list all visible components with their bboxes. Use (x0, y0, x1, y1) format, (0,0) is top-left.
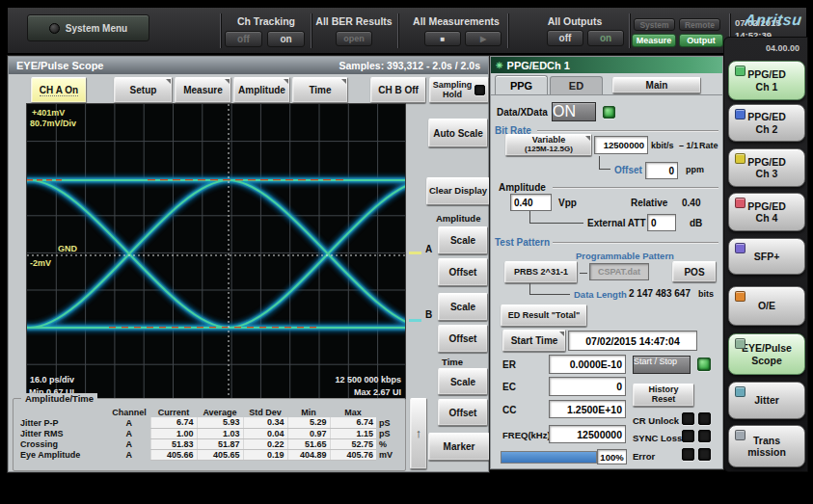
setup-button[interactable]: Setup (114, 77, 173, 103)
ch-b-off-button[interactable]: CH B Off (370, 77, 426, 103)
cr-unlock-label: CR Unlock (633, 415, 679, 426)
main-label: Main (646, 80, 668, 91)
stop-icon: ■ (441, 35, 446, 43)
offset-label: Offset (449, 408, 477, 418)
data-length-connector (529, 283, 570, 295)
tab-ed[interactable]: ED (550, 76, 603, 94)
table-scroll-up-button[interactable]: ↑ (410, 398, 427, 469)
eye-pulse-scope-window: EYE/Pulse Scope Samples: 393,312 - 2.0s … (8, 56, 489, 472)
sampling-hold-button[interactable]: Sampling Hold (429, 77, 489, 103)
ed-result-label: ED Result "Total" (508, 311, 580, 321)
eye-window-title: EYE/Pulse Scope (16, 60, 103, 71)
amplitude-scale-a-button[interactable]: Scale (438, 226, 488, 254)
clear-display-button[interactable]: Clear Display (426, 177, 490, 205)
header-blank (17, 407, 108, 417)
start-time-button[interactable]: Start Time (502, 330, 566, 352)
auto-scale-button[interactable]: Auto Scale (428, 119, 488, 147)
all-outputs-on-button[interactable]: on (587, 30, 624, 46)
all-measurements-stop-button[interactable]: ■ (424, 31, 461, 46)
pattern-connector (580, 273, 587, 274)
row-min: 404.89 (287, 449, 330, 460)
module-icon (735, 338, 745, 349)
ch-a-on-button[interactable]: CH A On (31, 77, 87, 103)
ch-a-label: CH A On (40, 85, 78, 96)
progress-value: 100% (600, 452, 623, 463)
all-ber-open-button[interactable]: open (336, 31, 372, 46)
tab-ppg[interactable]: PPG (495, 75, 548, 94)
amplitude-offset-b-button[interactable]: Offset (438, 325, 488, 353)
sidebar-item-jitter[interactable]: Jitter (728, 382, 805, 419)
sidebar-item-ppg-ed-ch3[interactable]: PPG/ED Ch 3 (728, 148, 805, 187)
amplitude-button[interactable]: Amplitude (233, 77, 290, 103)
measurement-table: Channel Current Average Std Dev Min Max … (17, 407, 401, 461)
cc-field: 1.2500E+10 (549, 400, 626, 418)
time-button[interactable]: Time (292, 77, 348, 103)
row-average: 405.65 (197, 449, 243, 460)
time-scale-button[interactable]: Scale (438, 368, 488, 395)
amplitude-field[interactable]: 0.40 (510, 194, 552, 211)
sidebar-item-sfp[interactable]: SFP+ (728, 238, 805, 275)
firmware-version: 04.00.00 (766, 43, 799, 53)
prbs-label: PRBS 2^31-1 (514, 268, 568, 278)
data-xdata-on-button[interactable]: ON (552, 102, 596, 121)
table-row: Jitter RMS A 1.00 1.03 0.04 0.97 1.15 pS (17, 428, 401, 438)
sidebar-item-transmission[interactable]: Trans mission (728, 425, 805, 467)
sidebar-item-ppg-ed-ch2[interactable]: PPG/ED Ch 2 (728, 104, 805, 142)
bit-rate-field[interactable]: 12500000 (594, 136, 648, 154)
sidebar-item-ppg-ed-ch1[interactable]: PPG/ED Ch 1 (728, 61, 805, 100)
amplitude-offset-a-button[interactable]: Offset (438, 258, 488, 286)
sync-loss-label: SYNC Loss (633, 433, 682, 443)
row-max: 405.76 (330, 449, 376, 460)
all-outputs-off-button[interactable]: off (547, 30, 583, 46)
all-measurements-start-button[interactable]: ▶ (465, 31, 501, 46)
freq-field: 12500000 (549, 425, 626, 443)
data-length-unit: bits (698, 289, 714, 299)
amplitude-scale-b-button[interactable]: Scale (438, 293, 488, 321)
sidebar-item-oe[interactable]: O/E (728, 286, 805, 326)
ed-result-total-button[interactable]: ED Result "Total" (501, 305, 587, 327)
time-max-readout: Max 2.67 UI (354, 387, 401, 397)
item-line1: EYE/Pulse (742, 342, 792, 354)
table-row: Eye Amplitude A 405.66 405.65 0.19 404.8… (17, 449, 401, 460)
sampling-line2: Hold (433, 91, 473, 100)
bit-rate-variable-button[interactable]: Variable (125M-12.5G) (505, 134, 592, 156)
divider (311, 13, 312, 48)
marker-button[interactable]: Marker (428, 433, 490, 461)
row-channel: A (108, 428, 150, 438)
external-att-field[interactable]: 0 (647, 214, 676, 231)
start-stop-button[interactable]: Start / Stop (633, 356, 691, 374)
sidebar-item-ppg-ed-ch4[interactable]: PPG/ED Ch 4 (728, 193, 805, 231)
item-line1: PPG/ED (747, 111, 786, 122)
history-reset-button[interactable]: History Reset (633, 384, 694, 407)
bit-rate-offset-field[interactable]: 0 (645, 162, 678, 179)
ch-tracking-off-button[interactable]: off (225, 31, 262, 47)
row-stddev: 0.04 (243, 428, 287, 438)
sampling-hold-led (474, 85, 485, 95)
section-rule (537, 130, 718, 132)
prbs-pattern-button[interactable]: PRBS 2^31-1 (504, 261, 578, 283)
up-arrow-icon: ↑ (416, 427, 422, 440)
external-att-label: External ATT (587, 218, 646, 228)
measure-label: Measure (183, 85, 223, 95)
row-max: 52.75 (330, 438, 376, 449)
relative-value: 0.40 (682, 198, 700, 208)
item-line2: mission (747, 446, 786, 458)
system-menu-label: System Menu (66, 23, 127, 34)
ch-tracking-on-button[interactable]: on (267, 31, 305, 47)
item-line1: O/E (758, 300, 775, 311)
measure-button[interactable]: Measure (175, 77, 231, 103)
channel-b-marker: B (409, 307, 436, 323)
header-unit (376, 407, 401, 417)
main-button[interactable]: Main (612, 77, 701, 93)
cr-unlock-led-1 (682, 412, 694, 425)
time-offset-button[interactable]: Offset (438, 399, 488, 426)
pos-button[interactable]: POS (672, 261, 717, 282)
row-unit: pS (376, 417, 401, 428)
sidebar-item-eye-pulse-scope[interactable]: EYE/Pulse Scope (728, 333, 805, 375)
error-led-1 (682, 448, 694, 461)
data-length-label: Data Length (574, 289, 627, 300)
system-status-indicator: System (634, 18, 675, 31)
system-menu-button[interactable]: System Menu (27, 14, 149, 41)
amplitude-section-label: Amplitude (499, 182, 546, 193)
ec-value: 0 (616, 381, 622, 392)
